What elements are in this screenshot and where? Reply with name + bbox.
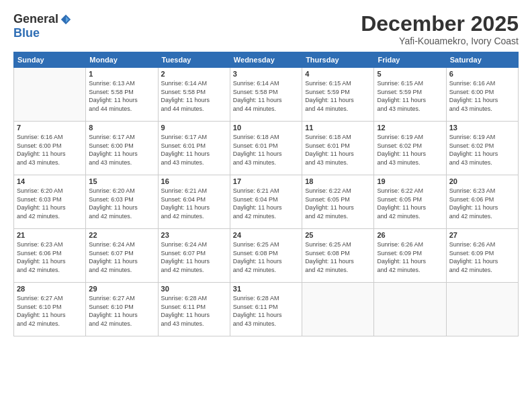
calendar-cell: 26Sunrise: 6:26 AMSunset: 6:09 PMDayligh… bbox=[374, 229, 446, 283]
logo-blue: Blue bbox=[13, 26, 40, 40]
day-info: Sunrise: 6:24 AMSunset: 6:07 PMDaylight:… bbox=[89, 240, 154, 274]
calendar-cell: 24Sunrise: 6:25 AMSunset: 6:08 PMDayligh… bbox=[230, 229, 302, 283]
day-info: Sunrise: 6:22 AMSunset: 6:05 PMDaylight:… bbox=[377, 187, 443, 220]
day-info: Sunrise: 6:19 AMSunset: 6:02 PMDaylight:… bbox=[449, 133, 515, 167]
calendar-cell: 9Sunrise: 6:17 AMSunset: 6:01 PMDaylight… bbox=[158, 122, 230, 175]
day-info: Sunrise: 6:17 AMSunset: 6:00 PMDaylight:… bbox=[89, 133, 154, 167]
day-number: 27 bbox=[449, 231, 515, 239]
calendar-cell: 6Sunrise: 6:16 AMSunset: 6:00 PMDaylight… bbox=[446, 68, 518, 122]
day-number: 18 bbox=[305, 177, 371, 185]
day-number: 5 bbox=[377, 70, 443, 78]
calendar-cell: 31Sunrise: 6:28 AMSunset: 6:11 PMDayligh… bbox=[230, 283, 302, 336]
calendar-cell: 25Sunrise: 6:25 AMSunset: 6:08 PMDayligh… bbox=[302, 229, 374, 283]
day-info: Sunrise: 6:20 AMSunset: 6:03 PMDaylight:… bbox=[17, 187, 83, 220]
day-number: 9 bbox=[161, 124, 227, 132]
day-number: 7 bbox=[17, 124, 83, 132]
day-info: Sunrise: 6:19 AMSunset: 6:02 PMDaylight:… bbox=[377, 133, 443, 167]
day-number: 6 bbox=[449, 70, 515, 78]
day-number: 25 bbox=[305, 231, 371, 239]
day-info: Sunrise: 6:24 AMSunset: 6:07 PMDaylight:… bbox=[161, 240, 227, 274]
calendar-cell: 5Sunrise: 6:15 AMSunset: 5:59 PMDaylight… bbox=[374, 68, 446, 122]
weekday-header: Sunday bbox=[14, 52, 86, 68]
day-number: 11 bbox=[305, 124, 371, 132]
day-info: Sunrise: 6:26 AMSunset: 6:09 PMDaylight:… bbox=[449, 240, 515, 274]
calendar-cell: 22Sunrise: 6:24 AMSunset: 6:07 PMDayligh… bbox=[86, 229, 158, 283]
day-number: 17 bbox=[233, 177, 299, 185]
calendar-cell: 23Sunrise: 6:24 AMSunset: 6:07 PMDayligh… bbox=[158, 229, 230, 283]
calendar-cell: 10Sunrise: 6:18 AMSunset: 6:01 PMDayligh… bbox=[230, 122, 302, 175]
weekday-header: Saturday bbox=[446, 52, 518, 68]
calendar-cell: 21Sunrise: 6:23 AMSunset: 6:06 PMDayligh… bbox=[14, 229, 86, 283]
day-number: 3 bbox=[233, 70, 299, 78]
day-info: Sunrise: 6:28 AMSunset: 6:11 PMDaylight:… bbox=[161, 294, 227, 328]
day-number: 28 bbox=[17, 285, 83, 293]
day-number: 12 bbox=[377, 124, 443, 132]
day-number: 30 bbox=[161, 285, 227, 293]
day-number: 2 bbox=[161, 70, 227, 78]
day-info: Sunrise: 6:14 AMSunset: 5:58 PMDaylight:… bbox=[161, 79, 227, 113]
calendar-table: SundayMondayTuesdayWednesdayThursdayFrid… bbox=[13, 52, 519, 336]
day-number: 16 bbox=[161, 177, 227, 185]
calendar-week-row: 14Sunrise: 6:20 AMSunset: 6:03 PMDayligh… bbox=[14, 175, 519, 229]
day-number: 29 bbox=[89, 285, 154, 293]
weekday-header: Friday bbox=[374, 52, 446, 68]
calendar-week-row: 7Sunrise: 6:16 AMSunset: 6:00 PMDaylight… bbox=[14, 122, 519, 175]
day-info: Sunrise: 6:14 AMSunset: 5:58 PMDaylight:… bbox=[233, 79, 299, 113]
day-info: Sunrise: 6:28 AMSunset: 6:11 PMDaylight:… bbox=[233, 294, 299, 328]
calendar-cell: 1Sunrise: 6:13 AMSunset: 5:58 PMDaylight… bbox=[86, 68, 158, 122]
header: General Blue December 2025 Yafi-Kouamekr… bbox=[13, 12, 519, 46]
day-info: Sunrise: 6:25 AMSunset: 6:08 PMDaylight:… bbox=[233, 240, 299, 274]
calendar-cell: 19Sunrise: 6:22 AMSunset: 6:05 PMDayligh… bbox=[374, 175, 446, 229]
day-number: 13 bbox=[449, 124, 515, 132]
day-number: 22 bbox=[89, 231, 154, 239]
logo-text: General bbox=[13, 12, 72, 26]
day-info: Sunrise: 6:27 AMSunset: 6:10 PMDaylight:… bbox=[89, 294, 154, 328]
day-number: 20 bbox=[449, 177, 515, 185]
calendar-header-row: SundayMondayTuesdayWednesdayThursdayFrid… bbox=[14, 52, 519, 68]
calendar-week-row: 28Sunrise: 6:27 AMSunset: 6:10 PMDayligh… bbox=[14, 283, 519, 336]
day-number: 14 bbox=[17, 177, 83, 185]
day-number: 24 bbox=[233, 231, 299, 239]
calendar-cell bbox=[446, 283, 518, 336]
calendar-week-row: 1Sunrise: 6:13 AMSunset: 5:58 PMDaylight… bbox=[14, 68, 519, 122]
calendar-cell: 27Sunrise: 6:26 AMSunset: 6:09 PMDayligh… bbox=[446, 229, 518, 283]
weekday-header: Monday bbox=[86, 52, 158, 68]
page: General Blue December 2025 Yafi-Kouamekr… bbox=[0, 0, 532, 411]
calendar-cell bbox=[14, 68, 86, 122]
day-info: Sunrise: 6:13 AMSunset: 5:58 PMDaylight:… bbox=[89, 79, 154, 113]
calendar-cell: 30Sunrise: 6:28 AMSunset: 6:11 PMDayligh… bbox=[158, 283, 230, 336]
day-info: Sunrise: 6:16 AMSunset: 6:00 PMDaylight:… bbox=[17, 133, 83, 167]
day-info: Sunrise: 6:20 AMSunset: 6:03 PMDaylight:… bbox=[89, 187, 154, 220]
calendar-cell: 15Sunrise: 6:20 AMSunset: 6:03 PMDayligh… bbox=[86, 175, 158, 229]
location-title: Yafi-Kouamekro, Ivory Coast bbox=[361, 36, 519, 46]
weekday-header: Wednesday bbox=[230, 52, 302, 68]
calendar-cell: 11Sunrise: 6:18 AMSunset: 6:01 PMDayligh… bbox=[302, 122, 374, 175]
calendar-cell: 2Sunrise: 6:14 AMSunset: 5:58 PMDaylight… bbox=[158, 68, 230, 122]
day-info: Sunrise: 6:17 AMSunset: 6:01 PMDaylight:… bbox=[161, 133, 227, 167]
calendar-cell: 14Sunrise: 6:20 AMSunset: 6:03 PMDayligh… bbox=[14, 175, 86, 229]
calendar-week-row: 21Sunrise: 6:23 AMSunset: 6:06 PMDayligh… bbox=[14, 229, 519, 283]
day-info: Sunrise: 6:23 AMSunset: 6:06 PMDaylight:… bbox=[17, 240, 83, 274]
day-number: 19 bbox=[377, 177, 443, 185]
calendar-cell: 4Sunrise: 6:15 AMSunset: 5:59 PMDaylight… bbox=[302, 68, 374, 122]
day-number: 10 bbox=[233, 124, 299, 132]
day-info: Sunrise: 6:22 AMSunset: 6:05 PMDaylight:… bbox=[305, 187, 371, 220]
day-info: Sunrise: 6:21 AMSunset: 6:04 PMDaylight:… bbox=[161, 187, 227, 220]
month-title: December 2025 bbox=[361, 12, 519, 36]
calendar-cell: 28Sunrise: 6:27 AMSunset: 6:10 PMDayligh… bbox=[14, 283, 86, 336]
day-number: 26 bbox=[377, 231, 443, 239]
calendar-cell bbox=[374, 283, 446, 336]
day-number: 31 bbox=[233, 285, 299, 293]
logo-general: General bbox=[13, 12, 58, 26]
day-number: 21 bbox=[17, 231, 83, 239]
day-number: 8 bbox=[89, 124, 154, 132]
calendar-cell: 18Sunrise: 6:22 AMSunset: 6:05 PMDayligh… bbox=[302, 175, 374, 229]
title-block: December 2025 Yafi-Kouamekro, Ivory Coas… bbox=[361, 12, 519, 46]
calendar-cell: 20Sunrise: 6:23 AMSunset: 6:06 PMDayligh… bbox=[446, 175, 518, 229]
day-info: Sunrise: 6:27 AMSunset: 6:10 PMDaylight:… bbox=[17, 294, 83, 328]
day-info: Sunrise: 6:15 AMSunset: 5:59 PMDaylight:… bbox=[305, 79, 371, 113]
day-info: Sunrise: 6:15 AMSunset: 5:59 PMDaylight:… bbox=[377, 79, 443, 113]
calendar-cell: 17Sunrise: 6:21 AMSunset: 6:04 PMDayligh… bbox=[230, 175, 302, 229]
logo: General Blue bbox=[13, 12, 72, 40]
day-number: 4 bbox=[305, 70, 371, 78]
